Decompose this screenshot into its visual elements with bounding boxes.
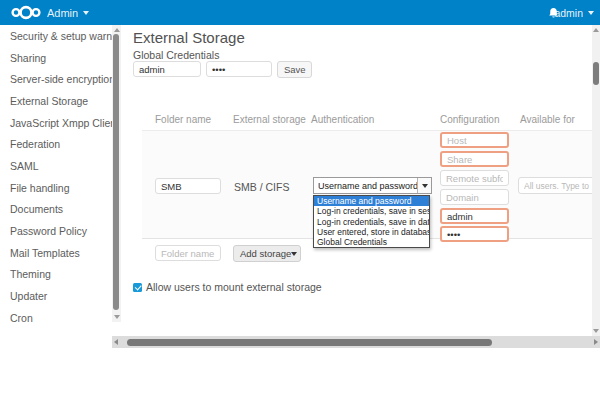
add-storage-label: Add storage [234, 248, 291, 259]
sidebar-item-documents[interactable]: Documents [0, 199, 112, 221]
sidebar-item-saml[interactable]: SAML [0, 155, 112, 177]
main-scrollbar-thumb[interactable] [593, 62, 599, 85]
new-folder-name-input[interactable] [155, 245, 221, 261]
config-remote-subfolder-input[interactable] [440, 170, 509, 186]
sidebar-item-server-side-encryption[interactable]: Server-side encryption [0, 68, 112, 90]
global-password-input[interactable] [206, 61, 272, 77]
auth-option-global-credentials[interactable]: Global Credentials [314, 237, 429, 247]
main-vertical-scrollbar[interactable] [592, 25, 600, 336]
sidebar-item-javascript-xmpp-client[interactable]: JavaScript Xmpp Client [0, 112, 112, 134]
add-storage-select[interactable]: Add storage [233, 245, 301, 262]
page-title: External Storage [133, 29, 245, 46]
authentication-select[interactable]: Username and password [313, 177, 432, 194]
config-password-input[interactable] [440, 226, 509, 242]
user-name-label: admin [554, 7, 583, 19]
sidebar-item-mail-templates[interactable]: Mail Templates [0, 242, 112, 264]
auth-option-login-session[interactable]: Log-in credentials, save in session [314, 206, 429, 216]
sidebar-item-cron[interactable]: Cron [0, 307, 112, 329]
config-share-input[interactable] [440, 151, 509, 167]
col-header-folder-name: Folder name [155, 114, 211, 125]
horizontal-scrollbar-thumb[interactable] [127, 339, 492, 346]
col-header-available-for: Available for [520, 114, 575, 125]
sidebar-item-updater[interactable]: Updater [0, 285, 112, 307]
col-header-external-storage: External storage [233, 114, 306, 125]
global-username-input[interactable] [133, 61, 201, 77]
sidebar-item-external-storage[interactable]: External Storage [0, 90, 112, 112]
allow-mount-label: Allow users to mount external storage [146, 281, 322, 293]
scroll-up-icon[interactable] [593, 28, 599, 32]
auth-option-username-password[interactable]: Username and password [314, 196, 429, 206]
auth-option-login-database[interactable]: Log-in credentials, save in database [314, 217, 429, 227]
allow-mount-checkbox[interactable] [133, 283, 142, 292]
nextcloud-admin-window: Admin admin Security & setup warnings Sh… [0, 0, 600, 400]
folder-name-input[interactable] [155, 178, 221, 194]
auth-option-user-entered[interactable]: User entered, store in database [314, 227, 429, 237]
global-credentials-label: Global Credentials [133, 49, 219, 61]
caret-down-icon [291, 252, 297, 256]
settings-sidebar: Security & setup warnings Sharing Server… [0, 25, 112, 329]
config-domain-input[interactable] [440, 189, 509, 205]
config-host-input[interactable] [440, 132, 509, 148]
sidebar-item-password-policy[interactable]: Password Policy [0, 220, 112, 242]
sidebar-item-theming[interactable]: Theming [0, 264, 112, 286]
config-username-input[interactable] [440, 208, 509, 224]
caret-down-icon [422, 184, 428, 188]
sidebar-scrollbar-thumb[interactable] [113, 34, 119, 310]
authentication-dropdown-list: Username and password Log-in credentials… [313, 195, 430, 248]
authentication-selected-label: Username and password [314, 181, 417, 191]
admin-section-menu[interactable]: Admin [47, 0, 89, 25]
sidebar-item-federation[interactable]: Federation [0, 133, 112, 155]
select-arrow-button[interactable] [417, 178, 431, 193]
sidebar-item-sharing[interactable]: Sharing [0, 47, 112, 69]
user-menu[interactable]: admin [554, 0, 594, 25]
caret-down-icon [83, 11, 89, 15]
scroll-down-icon[interactable] [593, 329, 599, 333]
scroll-left-icon[interactable] [114, 339, 118, 345]
save-button[interactable]: Save [277, 61, 312, 78]
scroll-right-icon[interactable] [594, 339, 598, 345]
scroll-down-icon[interactable] [114, 315, 120, 319]
topbar: Admin admin [0, 0, 600, 25]
col-header-authentication: Authentication [311, 114, 374, 125]
scroll-up-icon[interactable] [114, 28, 120, 32]
horizontal-scrollbar[interactable] [112, 336, 600, 348]
sidebar-scrollbar[interactable] [112, 25, 121, 322]
nextcloud-logo-icon[interactable] [9, 4, 43, 21]
caret-down-icon [588, 11, 594, 15]
col-header-configuration: Configuration [440, 114, 499, 125]
sidebar-item-file-handling[interactable]: File handling [0, 177, 112, 199]
sidebar-item-security-setup-warnings[interactable]: Security & setup warnings [0, 25, 112, 47]
external-storage-type-label: SMB / CIFS [234, 181, 289, 193]
available-for-input[interactable] [518, 177, 596, 194]
admin-section-label: Admin [47, 7, 78, 19]
